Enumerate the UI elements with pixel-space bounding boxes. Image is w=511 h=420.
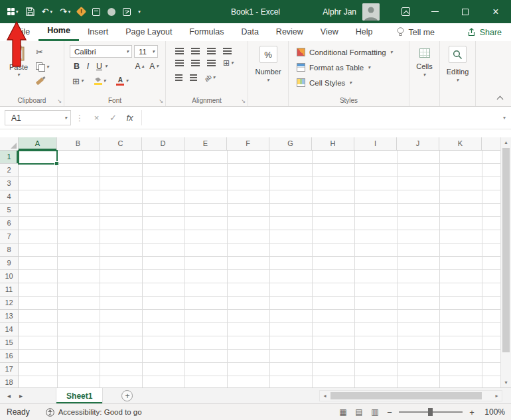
cancel-button[interactable]: × [88, 113, 105, 123]
cut-button[interactable]: ✂ [36, 47, 49, 57]
italic-button[interactable]: I [82, 62, 94, 71]
fill-color-button[interactable]: ▾ [94, 78, 106, 85]
name-box[interactable]: A1▾ [5, 110, 71, 125]
normal-view-button[interactable]: ▦ [335, 407, 351, 417]
row-header-18[interactable]: 18 [0, 376, 18, 387]
zoom-out-button[interactable]: − [383, 407, 396, 417]
increase-indent-button[interactable] [190, 74, 197, 81]
select-all-button[interactable] [0, 137, 19, 151]
conditional-formatting-button[interactable]: Conditional Formatting ▾ [289, 44, 409, 60]
percent-style-button[interactable]: % [259, 46, 277, 63]
decrease-font-size-button[interactable]: A▾ [149, 62, 159, 71]
increase-font-size-button[interactable]: A▴ [135, 62, 144, 71]
undo-icon[interactable]: ↶▾ [42, 7, 52, 16]
decrease-indent-button[interactable] [175, 74, 183, 81]
column-header-D[interactable]: D [142, 137, 184, 150]
editing-button[interactable]: Editing [447, 68, 469, 76]
font-dialog-launcher[interactable]: ↘ [159, 98, 163, 104]
tab-home[interactable]: Home [38, 23, 79, 41]
orientation-button[interactable]: ab▾ [204, 74, 215, 82]
save-icon[interactable] [26, 7, 35, 16]
add-sheet-button[interactable]: + [121, 390, 133, 401]
align-middle-button[interactable] [191, 48, 200, 54]
sheet-tab-sheet1[interactable]: Sheet1 [56, 388, 103, 403]
next-sheet-icon[interactable]: ▸ [19, 392, 23, 399]
column-header-partial[interactable] [482, 137, 500, 150]
tab-help[interactable]: Help [347, 23, 382, 41]
tab-data[interactable]: Data [232, 23, 267, 41]
align-top-button[interactable] [175, 48, 184, 54]
scroll-left-icon[interactable]: ◂ [320, 391, 330, 401]
column-header-G[interactable]: G [269, 137, 312, 150]
zoom-level[interactable]: 100% [478, 407, 505, 417]
wrap-text-button[interactable] [223, 48, 232, 54]
horizontal-scrollbar[interactable]: ◂ ▸ [319, 390, 502, 401]
row-header-6[interactable]: 6 [0, 217, 18, 230]
alert-diamond-icon[interactable]: ! [78, 8, 85, 15]
user-account[interactable]: Alphr Jan [323, 3, 380, 21]
editing-big-button[interactable] [449, 46, 467, 63]
maximize-button[interactable] [450, 0, 480, 23]
row-header-12[interactable]: 12 [0, 297, 18, 310]
copy-button[interactable]: ▾ [36, 62, 49, 72]
format-as-table-button[interactable]: Format as Table ▾ [289, 60, 409, 75]
borders-button[interactable]: ⊞▾ [72, 76, 84, 86]
align-left-button[interactable] [175, 60, 184, 66]
clipboard-dialog-launcher[interactable]: ↘ [57, 98, 62, 104]
accessibility-status[interactable]: Accessibility: Good to go [46, 408, 142, 417]
row-header-4[interactable]: 4 [0, 190, 18, 204]
scroll-down-icon[interactable]: ▾ [501, 378, 511, 387]
cells-button[interactable]: Cells [416, 62, 432, 70]
tab-file[interactable]: File [8, 23, 38, 41]
scroll-up-icon[interactable]: ▴ [501, 137, 511, 147]
customize-qat-icon[interactable]: ▾ [138, 9, 141, 14]
align-center-button[interactable] [191, 60, 200, 66]
row-header-16[interactable]: 16 [0, 350, 18, 363]
zoom-in-button[interactable]: + [465, 407, 478, 417]
merge-center-button[interactable]: ⊞▾ [223, 58, 234, 68]
formula-input[interactable] [141, 110, 498, 125]
column-header-A[interactable]: A [19, 137, 57, 150]
column-header-K[interactable]: K [439, 137, 482, 150]
vertical-scrollbar[interactable]: ▴ ▾ [500, 137, 511, 387]
page-break-view-button[interactable]: ▥ [367, 407, 383, 417]
row-header-2[interactable]: 2 [0, 164, 18, 177]
tab-page-layout[interactable]: Page Layout [117, 23, 181, 41]
row-header-10[interactable]: 10 [0, 270, 18, 283]
row-header-8[interactable]: 8 [0, 244, 18, 257]
row-header-9[interactable]: 9 [0, 257, 18, 270]
number-format-chevron[interactable]: ▾ [267, 78, 269, 83]
row-header-13[interactable]: 13 [0, 310, 18, 323]
row-header-3[interactable]: 3 [0, 177, 18, 190]
tab-view[interactable]: View [312, 23, 347, 41]
presence-icon[interactable] [108, 8, 115, 16]
cells-area[interactable] [19, 151, 500, 387]
column-header-J[interactable]: J [397, 137, 439, 150]
vertical-scroll-thumb[interactable] [502, 148, 510, 352]
zoom-slider-thumb[interactable] [428, 408, 433, 416]
align-bottom-button[interactable] [207, 48, 216, 54]
expand-formula-bar-icon[interactable]: ▾ [498, 115, 511, 121]
collapse-ribbon-button[interactable] [497, 95, 503, 101]
row-header-11[interactable]: 11 [0, 283, 18, 297]
previous-sheet-icon[interactable]: ◂ [7, 392, 11, 399]
font-color-button[interactable]: A▾ [116, 77, 128, 86]
enter-button[interactable]: ✓ [105, 113, 121, 123]
workbook-icon[interactable] [92, 8, 100, 16]
row-header-1[interactable]: 1 [0, 151, 18, 164]
column-header-H[interactable]: H [312, 137, 354, 150]
insert-function-button[interactable]: fx [121, 113, 138, 123]
tab-review[interactable]: Review [267, 23, 312, 41]
column-header-B[interactable]: B [57, 137, 100, 150]
tell-me-button[interactable]: Tell me [397, 27, 435, 37]
underline-button[interactable]: U [94, 62, 105, 71]
draw-table-icon[interactable] [123, 8, 131, 16]
row-header-5[interactable]: 5 [0, 204, 18, 217]
tab-insert[interactable]: Insert [79, 23, 117, 41]
horizontal-scroll-thumb[interactable] [330, 392, 482, 399]
paste-button[interactable]: Paste ▾ [4, 45, 33, 86]
share-button[interactable]: Share [467, 28, 502, 37]
row-header-15[interactable]: 15 [0, 336, 18, 350]
close-button[interactable]: × [480, 0, 511, 23]
align-right-button[interactable] [207, 60, 216, 66]
